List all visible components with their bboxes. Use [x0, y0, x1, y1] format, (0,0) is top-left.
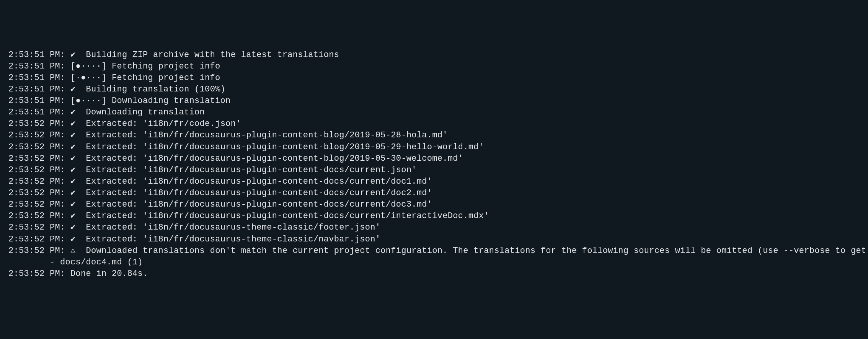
log-line: 2:53:52 PM: ✔ Extracted: 'i18n/fr/docusa… [8, 130, 860, 141]
log-line: 2:53:51 PM: [●∙∙∙∙] Fetching project inf… [8, 61, 860, 72]
log-line: 2:53:52 PM: ✔ Extracted: 'i18n/fr/docusa… [8, 176, 860, 187]
log-line: 2:53:52 PM: ✔ Extracted: 'i18n/fr/docusa… [8, 210, 860, 222]
log-line: 2:53:52 PM: ✔ Extracted: 'i18n/fr/docusa… [8, 199, 860, 210]
log-line: 2:53:52 PM: ✔ Extracted: 'i18n/fr/docusa… [8, 222, 860, 233]
log-line: 2:53:52 PM: ✔ Extracted: 'i18n/fr/docusa… [8, 187, 860, 199]
log-line: 2:53:52 PM: ✔ Extracted: 'i18n/fr/docusa… [8, 153, 860, 165]
log-line: 2:53:51 PM: [∙●∙∙∙] Fetching project inf… [8, 72, 860, 84]
log-line: 2:53:51 PM: ✔ Building ZIP archive with … [8, 49, 860, 61]
log-line: 2:53:52 PM: ✔ Extracted: 'i18n/fr/docusa… [8, 234, 860, 245]
log-line: 2:53:51 PM: [●∙∙∙∙] Downloading translat… [8, 95, 860, 107]
log-line: 2:53:52 PM: ✔ Extracted: 'i18n/fr/docusa… [8, 165, 860, 176]
log-line-warning: 2:53:52 PM: ⚠ Downloaded translations do… [8, 245, 860, 257]
log-line: - docs/doc4.md (1) [8, 257, 860, 268]
log-line: 2:53:51 PM: ✔ Downloading translation [8, 107, 860, 118]
log-line: 2:53:52 PM: Done in 20.84s. [8, 268, 860, 280]
log-line: 2:53:52 PM: ✔ Extracted: 'i18n/fr/code.j… [8, 118, 860, 130]
log-line: 2:53:52 PM: ✔ Extracted: 'i18n/fr/docusa… [8, 142, 860, 153]
build-log-output: 2:53:51 PM: ✔ Building ZIP archive with … [8, 49, 860, 280]
log-line: 2:53:51 PM: ✔ Building translation (100%… [8, 84, 860, 95]
